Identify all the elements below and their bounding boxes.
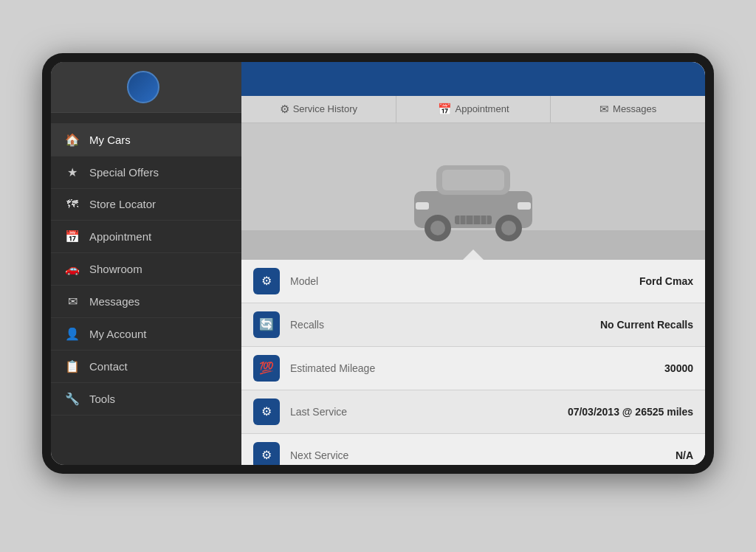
detail-row-next-service: ⚙ Next Service N/A (241, 434, 705, 465)
nav-label-showroom: Showroom (89, 263, 142, 275)
nav-label-tools: Tools (89, 393, 115, 405)
detail-label-model: Model (290, 275, 639, 287)
tab-bar: ⚙ Service History 📅 Appointment ✉ Messag… (241, 96, 705, 123)
nav-label-appointment: Appointment (89, 230, 151, 243)
tab-label-service-history: Service History (293, 103, 357, 114)
tab-icon-appointment: 📅 (438, 103, 452, 116)
nav-label-my-cars: My Cars (89, 134, 131, 146)
detail-label-last-service: Last Service (290, 406, 568, 418)
detail-icon-last-service: ⚙ (253, 399, 280, 425)
sidebar: 🏠 My Cars ★ Special Offers 🗺 Store Locat… (51, 62, 241, 465)
tab-label-messages: Messages (613, 103, 656, 114)
sidebar-item-special-offers[interactable]: ★ Special Offers (51, 156, 241, 189)
driver-center-label (51, 113, 241, 124)
detail-row-model: ⚙ Model Ford Cmax (241, 260, 705, 303)
device-screen: 🏠 My Cars ★ Special Offers 🗺 Store Locat… (51, 62, 705, 465)
nav-label-store-locator: Store Locator (89, 198, 156, 210)
nav-items: 🏠 My Cars ★ Special Offers 🗺 Store Locat… (51, 124, 241, 465)
nav-icon-tools: 🔧 (64, 392, 80, 406)
detail-value-model: Ford Cmax (639, 275, 693, 287)
detail-row-recalls: 🔄 Recalls No Current Recalls (241, 303, 705, 347)
logo-badge (127, 71, 159, 103)
nav-label-special-offers: Special Offers (89, 166, 159, 179)
sidebar-item-showroom[interactable]: 🚗 Showroom (51, 253, 241, 286)
detail-row-mileage: 💯 Estimated Mileage 30000 (241, 347, 705, 390)
detail-icon-mileage: 💯 (253, 355, 280, 382)
tab-messages[interactable]: ✉ Messages (551, 96, 705, 123)
nav-icon-contact: 📋 (64, 359, 80, 373)
tab-service-history[interactable]: ⚙ Service History (241, 96, 396, 123)
svg-point-4 (430, 221, 445, 235)
detail-label-next-service: Next Service (290, 449, 676, 461)
detail-row-last-service: ⚙ Last Service 07/03/2013 @ 26525 miles (241, 390, 705, 434)
nav-icon-appointment: 📅 (64, 230, 80, 244)
sidebar-item-my-cars[interactable]: 🏠 My Cars (51, 124, 241, 156)
detail-icon-model: ⚙ (253, 268, 280, 294)
sidebar-item-appointment[interactable]: 📅 Appointment (51, 221, 241, 253)
nav-label-my-account: My Account (89, 328, 147, 340)
svg-rect-2 (442, 170, 504, 190)
nav-label-contact: Contact (89, 360, 128, 373)
svg-rect-8 (518, 202, 531, 210)
svg-point-6 (501, 221, 516, 235)
detail-label-recalls: Recalls (290, 319, 600, 331)
detail-label-mileage: Estimated Mileage (290, 362, 664, 374)
car-display (241, 123, 705, 260)
nav-icon-my-account: 👤 (64, 327, 80, 341)
detail-icon-next-service: ⚙ (253, 442, 280, 465)
detail-value-next-service: N/A (676, 449, 693, 461)
sidebar-item-contact[interactable]: 📋 Contact (51, 351, 241, 383)
sidebar-logo (51, 62, 241, 113)
car-illustration (399, 136, 547, 246)
nav-label-messages: Messages (89, 295, 140, 308)
details-list: ⚙ Model Ford Cmax 🔄 Recalls No Current R… (241, 260, 705, 465)
nav-icon-special-offers: ★ (64, 165, 80, 179)
page-subtitle (30, 21, 726, 40)
tab-icon-messages: ✉ (599, 103, 609, 116)
detail-value-recalls: No Current Recalls (600, 319, 693, 331)
sidebar-item-store-locator[interactable]: 🗺 Store Locator (51, 189, 241, 221)
sidebar-item-my-account[interactable]: 👤 My Account (51, 318, 241, 351)
car-indicator (463, 249, 484, 260)
header-bar (241, 62, 705, 96)
main-content: ⚙ Service History 📅 Appointment ✉ Messag… (241, 62, 705, 465)
device-frame: 🏠 My Cars ★ Special Offers 🗺 Store Locat… (42, 53, 714, 474)
nav-icon-messages: ✉ (64, 294, 80, 308)
tab-label-appointment: Appointment (456, 103, 509, 114)
top-area (0, 0, 756, 53)
nav-icon-store-locator: 🗺 (64, 198, 80, 211)
detail-value-last-service: 07/03/2013 @ 26525 miles (568, 406, 693, 418)
sidebar-item-tools[interactable]: 🔧 Tools (51, 383, 241, 415)
tab-icon-service-history: ⚙ (280, 103, 289, 116)
detail-value-mileage: 30000 (664, 362, 693, 374)
nav-icon-my-cars: 🏠 (64, 133, 80, 147)
detail-icon-recalls: 🔄 (253, 311, 280, 338)
sidebar-item-messages[interactable]: ✉ Messages (51, 286, 241, 318)
svg-rect-7 (416, 202, 429, 210)
tab-appointment[interactable]: 📅 Appointment (396, 96, 551, 123)
nav-icon-showroom: 🚗 (64, 262, 80, 276)
